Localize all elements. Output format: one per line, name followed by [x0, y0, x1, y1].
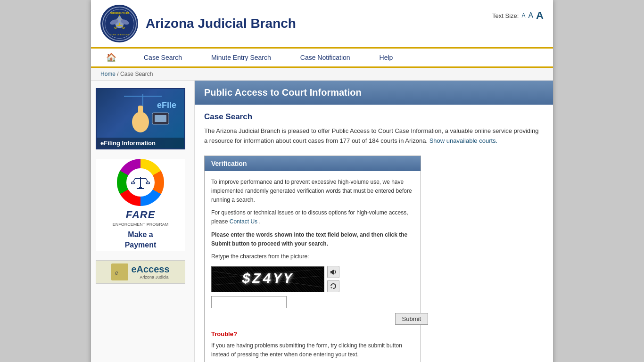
- captcha-input-row: [211, 296, 414, 308]
- svg-text:STATE OF ARIZONA: STATE OF ARIZONA: [110, 33, 129, 35]
- captcha-display-text: $Z4YY: [242, 268, 294, 290]
- captcha-text-input[interactable]: [211, 296, 287, 308]
- sidebar: eFile eFiling Information: [91, 81, 195, 362]
- svg-line-36: [223, 267, 241, 292]
- text-size-medium[interactable]: A: [528, 11, 533, 20]
- fare-title: FARE: [96, 209, 185, 221]
- breadcrumb: Home / Case Search: [91, 68, 553, 81]
- svg-marker-41: [332, 270, 334, 275]
- contact-us-link[interactable]: Contact Us: [230, 218, 257, 225]
- verification-body: To improve performance and to prevent ex…: [205, 171, 421, 362]
- trouble-title: Trouble?: [211, 329, 414, 339]
- svg-text:eFile: eFile: [157, 100, 176, 110]
- svg-point-27: [131, 182, 135, 184]
- header: SUPREME COURT STATE OF ARIZONA: [91, 0, 553, 49]
- svg-point-28: [146, 182, 150, 184]
- fare-subtitle: ENFORCEMENT PROGRAM: [96, 222, 185, 227]
- content-area: Public Access to Court Information Case …: [195, 81, 553, 362]
- content-header: Public Access to Court Information: [195, 81, 553, 105]
- verification-box: Verification To improve performance and …: [204, 156, 421, 362]
- captcha-image: $Z4YY: [211, 266, 324, 292]
- home-icon: 🏠: [106, 53, 116, 62]
- verification-text-1: To improve performance and to prevent ex…: [211, 178, 414, 205]
- efiling-graphic: eFile: [97, 89, 184, 136]
- nav-home-button[interactable]: 🏠: [100, 49, 122, 66]
- svg-point-6: [117, 16, 121, 20]
- svg-text:e: e: [115, 270, 118, 276]
- trouble-text: If you are having problems submitting th…: [211, 341, 414, 359]
- verification-header: Verification: [205, 156, 421, 171]
- text-size-small[interactable]: A: [521, 12, 525, 19]
- case-search-section-title: Case Search: [204, 112, 544, 122]
- nav-case-notification[interactable]: Case Notification: [293, 49, 358, 66]
- retype-label: Retype the characters from the picture:: [211, 252, 414, 261]
- unavailable-courts-link[interactable]: Show unavailable courts.: [429, 137, 498, 144]
- nav-help[interactable]: Help: [372, 49, 401, 66]
- eaccess-logo-bg: e: [111, 263, 128, 280]
- captcha-row: $Z4YY: [211, 266, 414, 292]
- nav-minute-entry-search[interactable]: Minute Entry Search: [204, 49, 279, 66]
- text-size-label: Text Size:: [492, 12, 519, 19]
- eaccess-banner[interactable]: e eAccess Arizona Judicial: [96, 260, 185, 284]
- captcha-audio-button[interactable]: [327, 266, 339, 278]
- page-title: Public Access to Court Information: [204, 87, 544, 98]
- fare-logo-inner: [126, 168, 155, 197]
- fare-payment-label: Make a Payment: [96, 230, 185, 251]
- fare-logo-circle: [117, 159, 164, 206]
- text-size-large[interactable]: A: [536, 9, 544, 22]
- fare-banner[interactable]: FARE ENFORCEMENT PROGRAM Make a Payment: [96, 159, 185, 251]
- eaccess-sublabel: Arizona Judicial: [131, 275, 169, 280]
- submit-row: Submit: [211, 313, 428, 325]
- svg-marker-42: [330, 287, 332, 288]
- svg-text:SUPREME COURT: SUPREME COURT: [109, 12, 129, 14]
- captcha-refresh-button[interactable]: [327, 280, 339, 292]
- site-title: Arizona Judicial Branch: [146, 16, 296, 31]
- svg-rect-40: [330, 271, 332, 273]
- breadcrumb-current: Case Search: [120, 71, 153, 77]
- court-seal-logo: SUPREME COURT STATE OF ARIZONA: [100, 5, 138, 42]
- case-search-description: The Arizona Judicial Branch is pleased t…: [204, 126, 544, 146]
- main-layout: eFile eFiling Information: [91, 81, 553, 362]
- verification-instruction: Please enter the words shown into the te…: [211, 230, 414, 248]
- trouble-section: Trouble? If you are having problems subm…: [211, 329, 414, 359]
- header-left: SUPREME COURT STATE OF ARIZONA: [100, 5, 296, 42]
- efiling-banner[interactable]: eFile eFiling Information: [96, 88, 185, 149]
- captcha-icon-group: [327, 266, 339, 292]
- efiling-banner-label: eFiling Information: [97, 138, 184, 148]
- eaccess-text-block: eAccess Arizona Judicial: [131, 264, 169, 280]
- svg-rect-22: [155, 115, 166, 122]
- text-size-controls: Text Size: A A A: [492, 9, 544, 22]
- nav-bar: 🏠 Case Search Minute Entry Search Case N…: [91, 49, 553, 68]
- content-body: Case Search The Arizona Judicial Branch …: [195, 112, 553, 362]
- verification-text-2: For questions or technical issues or to …: [211, 208, 414, 226]
- submit-button[interactable]: Submit: [395, 313, 428, 325]
- breadcrumb-home-link[interactable]: Home: [100, 71, 116, 77]
- nav-case-search[interactable]: Case Search: [136, 49, 190, 66]
- svg-rect-19: [138, 106, 143, 120]
- eaccess-brand-text: eAccess: [131, 264, 169, 275]
